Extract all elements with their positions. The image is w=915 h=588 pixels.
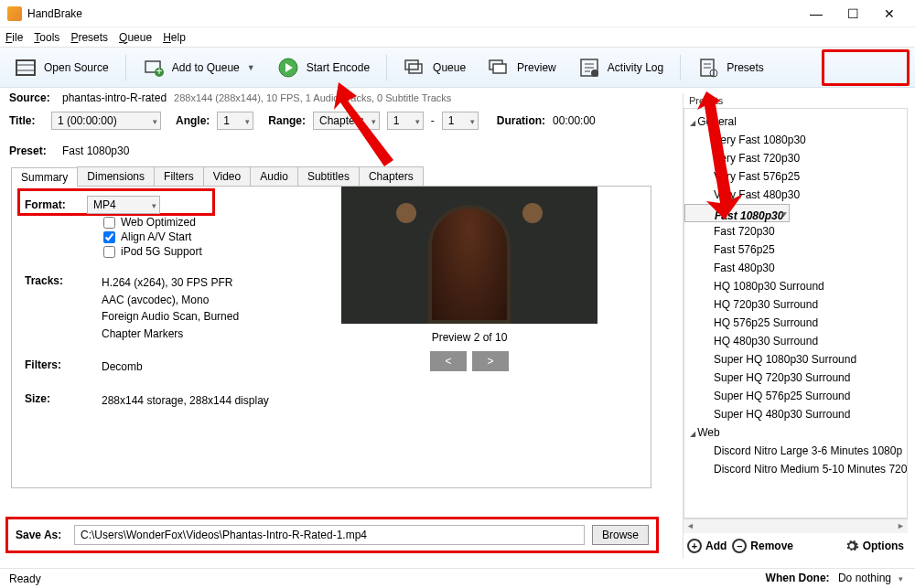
preset-item[interactable]: Super HQ 1080p30 Surround (684, 350, 907, 369)
range-mode-select[interactable]: Chapters (313, 112, 380, 130)
menu-tools[interactable]: Tools (34, 31, 59, 44)
preset-item[interactable]: Very Fast 480p30 (684, 186, 907, 204)
tab-summary[interactable]: Summary (11, 167, 78, 187)
preset-add-button[interactable]: +Add (687, 539, 727, 553)
presets-actions: +Add –Remove Options (684, 533, 908, 559)
tracks-value: H.264 (x264), 30 FPS PFR AAC (avcodec), … (102, 274, 239, 342)
presets-tree[interactable]: GeneralVery Fast 1080p30Very Fast 720p30… (684, 108, 908, 519)
open-source-label: Open Source (44, 61, 109, 74)
presets-hscroll[interactable] (684, 519, 908, 533)
preview-next-button[interactable]: > (472, 351, 509, 371)
preset-item[interactable]: Discord Nitro Medium 5-10 Minutes 720p (684, 460, 907, 478)
preset-item[interactable]: Very Fast 1080p30 (684, 131, 907, 149)
duration-value: 00:00:00 (553, 114, 596, 127)
svg-rect-0 (16, 60, 35, 75)
angle-label: Angle: (176, 114, 210, 127)
menu-help[interactable]: Help (163, 31, 186, 44)
preview-image (341, 187, 597, 324)
menu-presets[interactable]: Presets (70, 31, 108, 44)
presets-label: Presets (727, 61, 764, 74)
preview-caption: Preview 2 of 10 (341, 331, 597, 344)
annotation-presets-highlight (822, 49, 910, 86)
filters-value: Decomb (102, 358, 143, 376)
preset-item[interactable]: Fast 1080p30 (684, 204, 790, 222)
queue-add-icon: + (143, 57, 165, 79)
gear-icon (845, 539, 859, 553)
presets-button[interactable]: Presets (688, 53, 773, 82)
preset-item[interactable]: HQ 576p25 Surround (684, 314, 907, 332)
svg-text:+: + (156, 65, 162, 78)
menu-file[interactable]: File (5, 31, 23, 44)
preset-item[interactable]: Fast 576p25 (684, 241, 907, 259)
open-source-button[interactable]: Open Source (5, 53, 118, 82)
svg-rect-8 (405, 60, 418, 69)
presets-icon (697, 57, 719, 79)
tabs-container: Summary Dimensions Filters Video Audio S… (11, 166, 651, 488)
save-as-input[interactable] (74, 525, 585, 545)
preset-group[interactable]: General (684, 112, 907, 131)
add-to-queue-button[interactable]: + Add to Queue ▼ (134, 53, 264, 82)
tab-filters[interactable]: Filters (154, 166, 204, 186)
preview-label: Preview (517, 61, 556, 74)
when-done-select[interactable]: Do nothing (833, 570, 906, 588)
tab-audio[interactable]: Audio (250, 166, 298, 186)
start-encode-button[interactable]: Start Encode (268, 53, 379, 82)
tab-video[interactable]: Video (203, 166, 251, 186)
preset-item[interactable]: Super HQ 720p30 Surround (684, 369, 907, 387)
chevron-down-icon: ▼ (247, 63, 255, 72)
activity-log-button[interactable]: Activity Log (569, 53, 673, 82)
add-to-queue-label: Add to Queue (172, 61, 240, 74)
preset-item[interactable]: Fast 480p30 (684, 259, 907, 277)
size-label: Size: (25, 392, 74, 410)
save-as-row: Save As: Browse (5, 517, 659, 553)
svg-point-16 (591, 69, 598, 77)
preset-item[interactable]: Super HQ 576p25 Surround (684, 387, 907, 405)
size-value: 288x144 storage, 288x144 display (102, 392, 269, 410)
preset-item[interactable]: HQ 1080p30 Surround (684, 277, 907, 295)
range-from-select[interactable]: 1 (387, 112, 424, 130)
title-label: Title: (9, 114, 44, 127)
preview-prev-button[interactable]: < (430, 351, 467, 371)
menu-queue[interactable]: Queue (119, 31, 152, 44)
preset-remove-button[interactable]: –Remove (732, 539, 793, 553)
save-as-label: Save As: (16, 529, 67, 541)
queue-button[interactable]: Queue (394, 53, 475, 82)
titlebar: HandBrake — ☐ ✕ (0, 0, 915, 27)
preset-item[interactable]: HQ 480p30 Surround (684, 332, 907, 350)
presets-panel: Presets GeneralVery Fast 1080p30Very Fas… (683, 93, 908, 559)
angle-select[interactable]: 1 (217, 112, 253, 130)
window-title: HandBrake (27, 7, 798, 20)
close-button[interactable]: ✕ (871, 4, 908, 24)
preset-item[interactable]: Super HQ 480p30 Surround (684, 405, 907, 423)
preset-item[interactable]: Fast 720p30 (684, 222, 907, 241)
preview-icon (488, 57, 510, 79)
range-to-select[interactable]: 1 (442, 112, 479, 130)
menubar: File Tools Presets Queue Help (0, 27, 915, 48)
preset-item[interactable]: Very Fast 720p30 (684, 149, 907, 167)
preset-item[interactable]: Very Fast 576p25 (684, 167, 907, 186)
range-label: Range: (268, 114, 306, 127)
tab-chapters[interactable]: Chapters (359, 166, 424, 186)
preset-group[interactable]: Web (684, 423, 907, 442)
preset-label: Preset: (9, 144, 55, 157)
tab-dimensions[interactable]: Dimensions (77, 166, 155, 186)
preset-options-button[interactable]: Options (845, 539, 904, 553)
play-icon (277, 57, 299, 79)
format-select[interactable]: MP4 (87, 196, 160, 214)
minimize-button[interactable]: — (798, 4, 834, 24)
preview-button[interactable]: Preview (479, 53, 565, 82)
svg-rect-11 (493, 64, 506, 73)
statusbar: Ready When Done: Do nothing (0, 568, 915, 588)
tabs: Summary Dimensions Filters Video Audio S… (11, 166, 651, 187)
preset-item[interactable]: HQ 720p30 Surround (684, 295, 907, 314)
browse-button[interactable]: Browse (592, 525, 649, 545)
queue-label: Queue (433, 61, 466, 74)
title-select[interactable]: 1 (00:00:00) (51, 112, 161, 130)
source-name: phantas-intro-R-rated (62, 91, 167, 104)
format-label: Format: (25, 198, 70, 211)
preset-item[interactable]: Discord Nitro Large 3-6 Minutes 1080p (684, 442, 907, 460)
tab-subtitles[interactable]: Subtitles (297, 166, 360, 186)
maximize-button[interactable]: ☐ (834, 4, 871, 24)
source-meta: 288x144 (288x144), 10 FPS, 1 Audio Track… (174, 92, 451, 103)
plus-icon: + (687, 539, 702, 553)
